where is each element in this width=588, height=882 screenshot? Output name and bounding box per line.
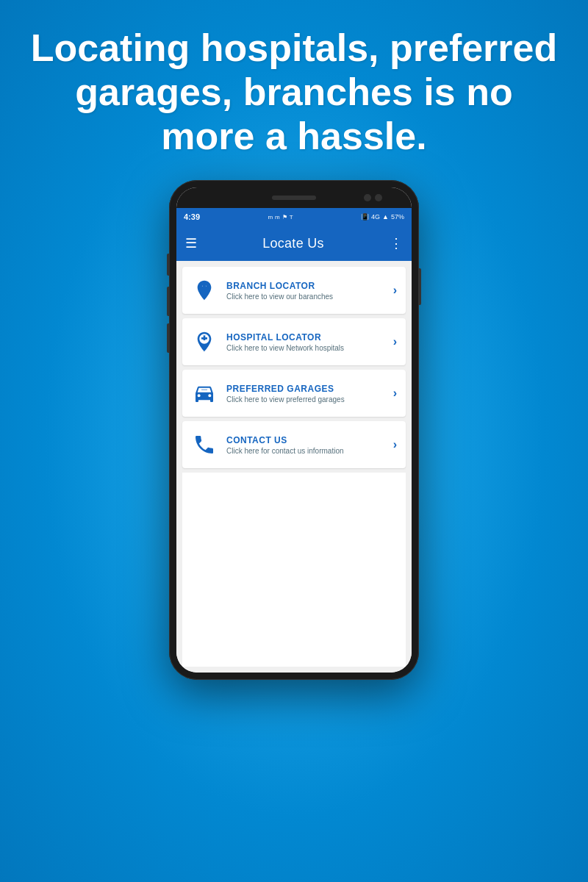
branch-locator-chevron: › xyxy=(393,284,397,297)
hospital-locator-chevron: › xyxy=(393,335,397,348)
front-camera xyxy=(364,194,371,201)
preferred-garages-item[interactable]: PREFERRED GARAGES Click here to view pre… xyxy=(182,370,406,417)
phone-notch xyxy=(176,187,412,208)
phone-screen: 4:39 m m ⚑ T 📳 4G ▲ 57% ☰ Locate Us ⋮ xyxy=(176,187,412,673)
branch-locator-icon xyxy=(193,279,216,302)
speaker xyxy=(272,196,316,200)
vibrate-icon: 📳 xyxy=(361,213,369,220)
contact-us-icon-wrap xyxy=(191,431,218,458)
more-options-icon[interactable]: ⋮ xyxy=(390,235,403,251)
volume-up-button xyxy=(167,287,169,316)
hospital-locator-subtitle: Click here to view Network hospitals xyxy=(226,344,393,352)
notif-icon-4: T xyxy=(290,214,293,220)
hospital-locator-item[interactable]: HOSPITAL LOCATOR Click here to view Netw… xyxy=(182,318,406,365)
screen-bottom-fill xyxy=(182,473,406,667)
hospital-locator-title: HOSPITAL LOCATOR xyxy=(226,332,393,343)
status-system-icons: 📳 4G ▲ 57% xyxy=(361,213,404,220)
contact-us-title: CONTACT US xyxy=(226,435,393,445)
hospital-locator-icon-wrap xyxy=(191,329,218,355)
preferred-garages-title: PREFERRED GARAGES xyxy=(226,384,393,394)
headline: Locating hospitals, preferred garages, b… xyxy=(0,26,588,158)
svg-rect-2 xyxy=(201,337,207,340)
hamburger-menu-icon[interactable]: ☰ xyxy=(185,235,197,251)
notif-icon-1: m xyxy=(268,214,273,220)
power-button xyxy=(419,268,421,305)
mute-button xyxy=(167,254,169,276)
branch-locator-subtitle: Click here to view our baranches xyxy=(226,293,393,301)
preferred-garages-icon-wrap xyxy=(191,380,218,406)
preferred-garages-subtitle: Click here to view preferred garages xyxy=(226,395,393,404)
phone-frame: 4:39 m m ⚑ T 📳 4G ▲ 57% ☰ Locate Us ⋮ xyxy=(169,180,419,680)
contact-us-text: CONTACT US Click here for contact us inf… xyxy=(226,435,393,455)
preferred-garages-icon xyxy=(193,381,216,405)
volume-down-button xyxy=(167,323,169,353)
status-notifications: m m ⚑ T xyxy=(268,214,293,220)
contact-us-chevron: › xyxy=(393,438,397,451)
battery-icon: 57% xyxy=(391,213,404,220)
app-bar: ☰ Locate Us ⋮ xyxy=(176,226,412,261)
screen-content: BRANCH LOCATOR Click here to view our ba… xyxy=(176,261,412,673)
status-bar: 4:39 m m ⚑ T 📳 4G ▲ 57% xyxy=(176,208,412,226)
preferred-garages-chevron: › xyxy=(393,387,397,400)
notif-icon-2: m xyxy=(275,214,280,220)
contact-us-icon xyxy=(193,433,216,456)
hospital-locator-icon xyxy=(193,330,216,354)
branch-locator-item[interactable]: BRANCH LOCATOR Click here to view our ba… xyxy=(182,267,406,314)
contact-us-subtitle: Click here for contact us information xyxy=(226,447,393,455)
front-sensor xyxy=(375,194,382,201)
branch-locator-text: BRANCH LOCATOR Click here to view our ba… xyxy=(226,281,393,301)
preferred-garages-text: PREFERRED GARAGES Click here to view pre… xyxy=(226,384,393,404)
hospital-locator-text: HOSPITAL LOCATOR Click here to view Netw… xyxy=(226,332,393,352)
branch-locator-icon-wrap xyxy=(191,277,218,304)
contact-us-item[interactable]: CONTACT US Click here for contact us inf… xyxy=(182,421,406,468)
branch-locator-title: BRANCH LOCATOR xyxy=(226,281,393,291)
notif-icon-3: ⚑ xyxy=(282,214,287,220)
signal-bars-icon: ▲ xyxy=(382,213,389,220)
signal-4g-icon: 4G xyxy=(371,213,380,220)
status-time: 4:39 xyxy=(184,212,200,221)
app-bar-title: Locate Us xyxy=(262,236,324,251)
